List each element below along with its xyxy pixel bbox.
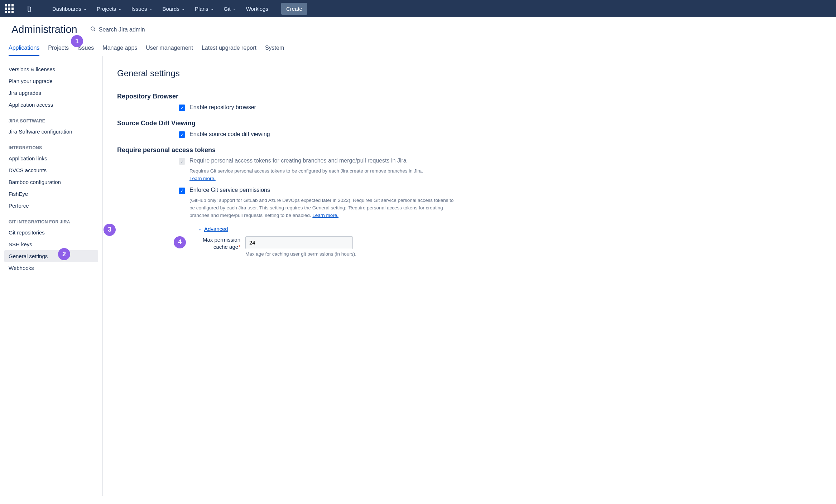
- annotation-badge-3: 3: [104, 224, 116, 236]
- tab-manage-apps[interactable]: Manage apps: [102, 41, 137, 56]
- top-nav: Dashboards⌄Projects⌄Issues⌄Boards⌄Plans⌄…: [0, 0, 836, 17]
- sidebar-heading: JIRA SOFTWARE: [4, 111, 98, 126]
- sidebar-item-versions-licenses[interactable]: Versions & licenses: [4, 63, 98, 75]
- label-enforce-perms: Enforce Git service permissions: [189, 187, 270, 193]
- svg-point-0: [91, 27, 94, 30]
- nav-projects[interactable]: Projects⌄: [92, 0, 126, 17]
- annotation-badge-1: 1: [71, 35, 83, 47]
- main-content: General settings Repository Browser ✓ En…: [103, 56, 468, 496]
- search-icon: [90, 26, 96, 33]
- chevron-down-icon: ⌄: [83, 6, 87, 11]
- sidebar-item-jira-software-configuration[interactable]: Jira Software configuration: [4, 126, 98, 137]
- checkbox-enable-repo-browser[interactable]: ✓: [179, 105, 185, 111]
- label-max-perm-cache-age: Max permission cache age*: [187, 236, 240, 251]
- tab-system[interactable]: System: [265, 41, 284, 56]
- create-button[interactable]: Create: [281, 3, 307, 15]
- label-enable-repo-browser: Enable repository browser: [189, 104, 256, 111]
- sidebar-item-general-settings[interactable]: General settings2: [4, 250, 98, 262]
- input-max-perm-cache-age[interactable]: [245, 236, 353, 249]
- page-header-title: Administration: [11, 24, 77, 35]
- row-require-pat: ✓ Require personal access tokens for cre…: [117, 158, 454, 165]
- product-logo[interactable]: [24, 4, 34, 14]
- link-learn-more-enforce[interactable]: Learn more.: [312, 213, 338, 218]
- sidebar-heading: GIT INTEGRATION FOR JIRA: [4, 212, 98, 227]
- chevron-down-icon: ⌄: [149, 6, 152, 11]
- sidebar-item-bamboo-configuration[interactable]: Bamboo configuration: [4, 176, 98, 188]
- nav-dashboards[interactable]: Dashboards⌄: [47, 0, 92, 17]
- admin-header: 1 Administration Search Jira admin: [0, 17, 836, 38]
- sidebar-item-jira-upgrades[interactable]: Jira upgrades: [4, 87, 98, 99]
- admin-search[interactable]: Search Jira admin: [90, 26, 145, 33]
- sidebar: Versions & licensesPlan your upgradeJira…: [0, 56, 103, 496]
- tab-applications[interactable]: Applications: [9, 41, 39, 56]
- nav-issues[interactable]: Issues⌄: [126, 0, 157, 17]
- row-enable-repo-browser: ✓ Enable repository browser: [117, 104, 454, 111]
- chevron-down-icon: ⌄: [211, 6, 214, 11]
- tab-latest-upgrade-report[interactable]: Latest upgrade report: [202, 41, 256, 56]
- chevron-down-icon: ⌄: [118, 6, 121, 11]
- annotation-badge-4: 4: [174, 236, 186, 248]
- help-max-perm-cache-age: Max age for caching user git permissions…: [245, 251, 356, 257]
- checkbox-enable-diff[interactable]: ✓: [179, 131, 185, 138]
- search-placeholder: Search Jira admin: [99, 26, 145, 33]
- nav-plans[interactable]: Plans⌄: [190, 0, 219, 17]
- sidebar-item-application-access[interactable]: Application access: [4, 99, 98, 111]
- sidebar-heading: INTEGRATIONS: [4, 137, 98, 152]
- sidebar-item-dvcs-accounts[interactable]: DVCS accounts: [4, 164, 98, 176]
- sidebar-item-ssh-keys[interactable]: SSH keys: [4, 238, 98, 250]
- sidebar-item-fisheye[interactable]: FishEye: [4, 188, 98, 200]
- checkbox-require-pat[interactable]: ✓: [179, 158, 185, 165]
- section-heading-repo-browser: Repository Browser: [117, 93, 454, 100]
- tab-projects[interactable]: Projects: [48, 41, 69, 56]
- sidebar-item-git-repositories[interactable]: Git repositories: [4, 227, 98, 238]
- advanced-toggle[interactable]: ⌄ Advanced: [198, 226, 228, 233]
- checkbox-enforce-perms[interactable]: ✓: [179, 188, 185, 194]
- section-heading-diff: Source Code Diff Viewing: [117, 120, 454, 127]
- nav-worklogs[interactable]: Worklogs: [241, 0, 273, 17]
- chevron-down-icon: ⌄: [198, 226, 202, 232]
- nav-git[interactable]: Git⌄: [219, 0, 241, 17]
- svg-line-1: [94, 30, 95, 31]
- help-enforce-perms: (GitHub only; support for GitLab and Azu…: [117, 197, 454, 219]
- tab-user-management[interactable]: User management: [146, 41, 193, 56]
- row-enable-diff: ✓ Enable source code diff viewing: [117, 131, 454, 138]
- nav-items: Dashboards⌄Projects⌄Issues⌄Boards⌄Plans⌄…: [47, 0, 273, 17]
- sidebar-item-plan-your-upgrade[interactable]: Plan your upgrade: [4, 75, 98, 87]
- nav-boards[interactable]: Boards⌄: [157, 0, 190, 17]
- sidebar-item-webhooks[interactable]: Webhooks: [4, 262, 98, 274]
- label-enable-diff: Enable source code diff viewing: [189, 131, 270, 137]
- label-require-pat: Require personal access tokens for creat…: [189, 158, 407, 164]
- page-title: General settings: [117, 68, 454, 78]
- help-require-pat: Requires Git service personal access tok…: [117, 168, 454, 183]
- link-learn-more-require[interactable]: Learn more.: [189, 176, 216, 181]
- section-heading-pat: Require personal access tokens: [117, 146, 454, 154]
- app-switcher-icon[interactable]: [4, 4, 14, 14]
- annotation-badge-2: 2: [58, 248, 70, 260]
- chevron-down-icon: ⌄: [233, 6, 236, 11]
- admin-tabs: ApplicationsProjectsIssuesManage appsUse…: [0, 41, 836, 56]
- row-enforce-perms: ✓ Enforce Git service permissions: [117, 187, 454, 194]
- chevron-down-icon: ⌄: [182, 6, 185, 11]
- sidebar-item-perforce[interactable]: Perforce: [4, 200, 98, 212]
- sidebar-item-application-links[interactable]: Application links: [4, 152, 98, 164]
